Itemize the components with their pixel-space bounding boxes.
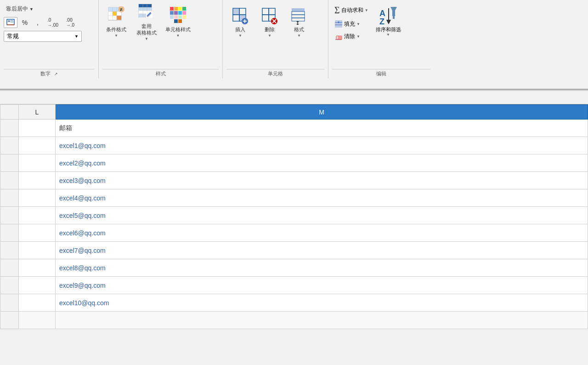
svg-rect-29 — [147, 7, 152, 11]
svg-rect-65 — [269, 8, 275, 15]
row-number — [0, 137, 19, 154]
insert-dropdown-arrow: ▼ — [238, 34, 242, 38]
cell-style-button[interactable]: 单元格样式 ▼ — [163, 4, 193, 40]
format-label: 格式 — [294, 27, 304, 33]
edit-section: Σ 自动求和 ▼ 填充 ▼ — [328, 0, 434, 78]
align-dropdown[interactable]: 靠后居中 ▼ — [4, 4, 36, 14]
delete-button[interactable]: 删除 ▼ — [256, 4, 283, 40]
cell-m[interactable]: excel2@qq.com — [56, 154, 588, 172]
col-l-header[interactable]: L — [19, 105, 56, 120]
spreadsheet-area: L M 邮箱 excel1@qq.com excel2@qq.com — [0, 104, 588, 329]
row-number — [0, 224, 19, 242]
cell-l[interactable] — [19, 154, 56, 172]
svg-rect-7 — [113, 7, 117, 11]
cell-style-icon[interactable] — [4, 17, 17, 28]
row-number — [0, 172, 19, 189]
insert-button[interactable]: 插入 ▼ — [226, 4, 254, 40]
row-number — [0, 207, 19, 224]
table-format-dropdown-arrow: ▼ — [145, 37, 148, 41]
svg-rect-23 — [139, 7, 143, 11]
table-row: 邮箱 — [0, 120, 588, 137]
svg-rect-91 — [393, 16, 395, 19]
row-number — [0, 154, 19, 172]
cell-l[interactable] — [19, 172, 56, 189]
svg-rect-72 — [292, 11, 305, 15]
cell-l[interactable] — [19, 242, 56, 259]
svg-rect-90 — [392, 11, 395, 16]
svg-rect-57 — [233, 15, 239, 21]
insert-label: 插入 — [235, 27, 245, 33]
cell-m[interactable]: excel6@qq.com — [56, 224, 588, 242]
percent-button[interactable]: % — [19, 17, 30, 28]
fill-dropdown-arrow: ▼ — [356, 22, 360, 26]
svg-rect-40 — [147, 16, 148, 17]
svg-rect-71 — [292, 8, 305, 11]
cell-l[interactable] — [19, 189, 56, 207]
cond-format-dropdown-arrow: ▼ — [114, 34, 118, 38]
svg-rect-50 — [174, 15, 178, 19]
number-section: 靠后居中 ▼ % — [0, 0, 99, 78]
svg-rect-48 — [182, 11, 186, 15]
cell-l-header[interactable] — [19, 120, 56, 137]
row-number — [0, 277, 19, 294]
dec-decimal-button[interactable]: .00→.0 — [62, 17, 78, 28]
comma-button[interactable]: , — [32, 17, 43, 28]
conditional-format-button[interactable]: ≠ 条件格式 ▼ — [102, 4, 130, 40]
svg-rect-2 — [11, 20, 13, 21]
cell-m[interactable]: excel10@qq.com — [56, 294, 588, 312]
number-section-corner[interactable]: ↗ — [54, 72, 58, 76]
style-section: ≠ 条件格式 ▼ — [99, 0, 223, 78]
fill-button[interactable]: 填充 ▼ — [332, 18, 371, 29]
sort-filter-button[interactable]: A Z 排序和筛选 ▼ — [373, 4, 403, 42]
edit-section-label: 编辑 — [376, 70, 386, 77]
table-row: excel9@qq.com — [0, 277, 588, 294]
svg-rect-47 — [178, 11, 182, 15]
cell-m[interactable]: excel7@qq.com — [56, 242, 588, 259]
cond-format-label: 条件格式 — [106, 27, 126, 33]
cell-l[interactable] — [19, 294, 56, 312]
svg-rect-22 — [139, 4, 152, 7]
svg-rect-78 — [335, 20, 342, 28]
cell-m[interactable] — [56, 312, 588, 329]
svg-rect-10 — [113, 11, 117, 16]
svg-rect-43 — [178, 7, 182, 11]
cell-l[interactable] — [19, 137, 56, 154]
cell-l[interactable] — [19, 312, 56, 329]
svg-rect-26 — [143, 7, 147, 11]
cell-section: 插入 ▼ — [223, 0, 328, 78]
cell-m[interactable]: excel8@qq.com — [56, 259, 588, 277]
svg-rect-6 — [108, 7, 113, 11]
table-row: excel6@qq.com — [0, 224, 588, 242]
svg-text:Z: Z — [379, 17, 384, 26]
table-format-button[interactable]: 套用 表格格式 ▼ — [133, 4, 160, 40]
table-row: excel8@qq.com — [0, 259, 588, 277]
cell-l[interactable] — [19, 259, 56, 277]
table-row — [0, 312, 588, 329]
cell-l[interactable] — [19, 224, 56, 242]
clear-button[interactable]: 清除 ▼ — [332, 31, 371, 42]
cell-m-header[interactable]: 邮箱 — [56, 120, 588, 137]
svg-rect-59 — [233, 8, 239, 15]
svg-rect-66 — [262, 15, 269, 21]
col-m-header[interactable]: M — [56, 105, 588, 120]
delete-label: 删除 — [265, 27, 275, 33]
autosum-button[interactable]: Σ 自动求和 ▼ — [332, 4, 371, 17]
number-format-dropdown[interactable]: 常规 ▼ — [4, 31, 82, 42]
svg-rect-44 — [182, 7, 186, 11]
align-label: 靠后居中 — [6, 5, 28, 13]
sort-filter-label: 排序和筛选 — [376, 27, 401, 33]
cell-m[interactable]: excel3@qq.com — [56, 172, 588, 189]
format-button[interactable]: 格式 ▼ — [285, 4, 313, 40]
inc-decimal-button[interactable]: .0→.00 — [45, 17, 61, 28]
svg-rect-56 — [239, 8, 246, 15]
cell-l[interactable] — [19, 277, 56, 294]
cell-m[interactable]: excel9@qq.com — [56, 277, 588, 294]
cell-l[interactable] — [19, 207, 56, 224]
cell-m[interactable]: excel1@qq.com — [56, 137, 588, 154]
cell-m[interactable]: excel5@qq.com — [56, 207, 588, 224]
svg-rect-1 — [8, 20, 10, 22]
cell-m[interactable]: excel4@qq.com — [56, 189, 588, 207]
table-row: excel5@qq.com — [0, 207, 588, 224]
svg-marker-88 — [386, 20, 391, 24]
row-number — [0, 294, 19, 312]
